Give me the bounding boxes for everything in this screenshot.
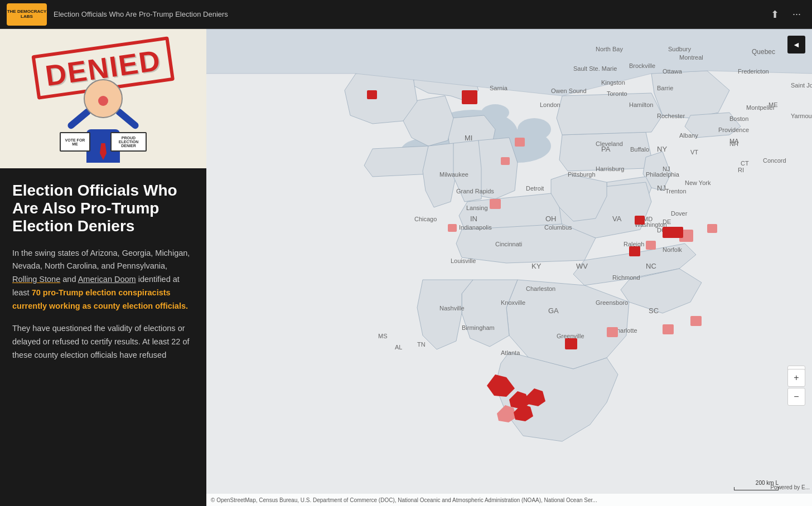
map-attribution: © OpenStreetMap, Census Bureau, U.S. Dep…: [206, 494, 812, 506]
svg-text:Yarmouth: Yarmouth: [791, 113, 812, 119]
svg-text:IN: IN: [470, 215, 477, 223]
svg-text:Grand Rapids: Grand Rapids: [456, 188, 494, 194]
svg-rect-131: [367, 90, 377, 99]
collapse-button[interactable]: ◄: [787, 36, 805, 53]
svg-text:Brockville: Brockville: [629, 62, 655, 69]
svg-text:VT: VT: [690, 149, 698, 155]
svg-text:TN: TN: [417, 341, 426, 348]
svg-text:GA: GA: [548, 306, 559, 315]
body-paragraph: They have questioned the validity of ele…: [12, 322, 194, 362]
share-button[interactable]: ⬆: [766, 6, 784, 23]
svg-text:Lansing: Lansing: [466, 205, 488, 211]
powered-by: Powered by E...: [770, 484, 810, 490]
map-svg: Quebec Montreal Saint John Fredericton M…: [206, 29, 812, 506]
svg-text:NC: NC: [646, 262, 656, 270]
svg-text:Montpelier: Montpelier: [746, 104, 775, 111]
topbar-actions: ⬆ ···: [766, 6, 805, 23]
svg-text:Fredericton: Fredericton: [738, 68, 769, 75]
zoom-out-button[interactable]: −: [787, 388, 805, 406]
logo-text: THE DEMOCRACY LABS: [7, 9, 47, 20]
svg-text:NY: NY: [657, 145, 667, 153]
svg-text:Toronto: Toronto: [607, 90, 627, 97]
svg-text:WV: WV: [576, 262, 588, 270]
highlight-count: 70 pro-Trump election conspiracists curr…: [12, 288, 188, 310]
more-options-button[interactable]: ···: [788, 6, 805, 22]
svg-text:Detroit: Detroit: [526, 185, 544, 192]
svg-rect-115: [565, 338, 577, 349]
svg-text:Greensboro: Greensboro: [596, 299, 628, 306]
logo[interactable]: THE DEMOCRACY LABS: [7, 3, 47, 26]
svg-text:London: London: [540, 101, 560, 108]
svg-text:Quebec: Quebec: [752, 48, 775, 56]
thumbnail-container: DENIED VOTE FOR ME PROUD ELECTION DENIER: [0, 29, 206, 168]
svg-text:OH: OH: [545, 215, 557, 223]
rolling-stone-link[interactable]: Rolling Stone: [12, 275, 60, 284]
svg-text:Saint John: Saint John: [791, 82, 812, 89]
page-title: Election Officials Who Are Pro-Trump Ele…: [54, 10, 760, 18]
svg-text:Richmond: Richmond: [612, 274, 640, 281]
svg-text:Sudbury: Sudbury: [668, 46, 691, 52]
svg-text:Philadelphia: Philadelphia: [646, 171, 680, 178]
svg-marker-17: [557, 93, 663, 135]
svg-text:PA: PA: [601, 145, 611, 153]
svg-rect-125: [515, 138, 525, 147]
svg-point-6: [518, 118, 551, 140]
svg-text:NJ: NJ: [657, 184, 666, 192]
svg-marker-12: [364, 146, 431, 177]
svg-text:Nashville: Nashville: [439, 305, 465, 312]
svg-rect-118: [690, 316, 702, 326]
svg-text:Birmingham: Birmingham: [462, 324, 495, 331]
svg-rect-129: [671, 227, 683, 238]
svg-text:Sarnia: Sarnia: [490, 85, 508, 91]
map-controls: + −: [787, 369, 805, 406]
svg-text:AL: AL: [395, 344, 402, 351]
sign-election-denier: PROUD ELECTION DENIER: [110, 132, 147, 152]
svg-rect-117: [663, 324, 674, 334]
svg-text:Hamilton: Hamilton: [629, 101, 653, 108]
svg-rect-113: [707, 224, 717, 233]
sign-vote-for-me: VOTE FOR ME: [60, 132, 90, 152]
svg-text:Norfolk: Norfolk: [663, 246, 682, 253]
svg-text:Rochester: Rochester: [657, 113, 685, 119]
american-doom-link[interactable]: American Doom: [78, 275, 136, 284]
svg-text:North Bay: North Bay: [596, 46, 623, 52]
text-content: Election Officials Who Are Also Pro-Trum…: [0, 168, 206, 376]
svg-rect-127: [490, 199, 501, 209]
svg-text:Concord: Concord: [763, 157, 786, 164]
intro-paragraph: In the swing states of Arizona, Georgia,…: [12, 247, 194, 314]
svg-text:Providence: Providence: [718, 126, 749, 133]
svg-rect-128: [646, 241, 656, 250]
svg-text:CT: CT: [741, 160, 749, 167]
svg-text:Barrie: Barrie: [657, 85, 673, 91]
svg-text:Pittsburgh: Pittsburgh: [568, 171, 596, 178]
svg-rect-114: [629, 246, 640, 256]
cartoon-head: [84, 79, 123, 118]
svg-text:MI: MI: [465, 134, 472, 142]
main-layout: DENIED VOTE FOR ME PROUD ELECTION DENIER…: [0, 29, 812, 506]
left-panel: DENIED VOTE FOR ME PROUD ELECTION DENIER…: [0, 29, 206, 506]
svg-text:Harrisburg: Harrisburg: [596, 166, 624, 172]
svg-rect-130: [448, 224, 457, 232]
cartoon-tie: [100, 143, 107, 160]
cartoon-figure: VOTE FOR ME PROUD ELECTION DENIER: [59, 74, 148, 163]
svg-text:Milwaukee: Milwaukee: [439, 171, 468, 178]
svg-text:Cincinnati: Cincinnati: [495, 241, 522, 247]
svg-text:VA: VA: [612, 215, 622, 223]
svg-text:Buffalo: Buffalo: [630, 146, 649, 153]
svg-text:Boston: Boston: [729, 115, 748, 122]
svg-text:MA: MA: [729, 138, 739, 144]
svg-text:Charleston: Charleston: [526, 285, 555, 292]
svg-rect-126: [501, 157, 510, 165]
zoom-in-button[interactable]: +: [787, 369, 805, 387]
top-navigation-bar: THE DEMOCRACY LABS Election Officials Wh…: [0, 0, 812, 29]
cartoon-nose: [98, 96, 108, 106]
editorial-cartoon: DENIED VOTE FOR ME PROUD ELECTION DENIER: [0, 29, 206, 168]
svg-text:Montreal: Montreal: [679, 54, 703, 61]
svg-text:MS: MS: [378, 333, 388, 339]
svg-rect-124: [462, 90, 477, 104]
svg-text:Kingston: Kingston: [601, 79, 625, 86]
svg-text:New York: New York: [685, 179, 711, 186]
svg-text:Indianapolis: Indianapolis: [459, 224, 492, 231]
svg-text:Dover: Dover: [671, 210, 688, 217]
map-container[interactable]: Quebec Montreal Saint John Fredericton M…: [206, 29, 812, 506]
